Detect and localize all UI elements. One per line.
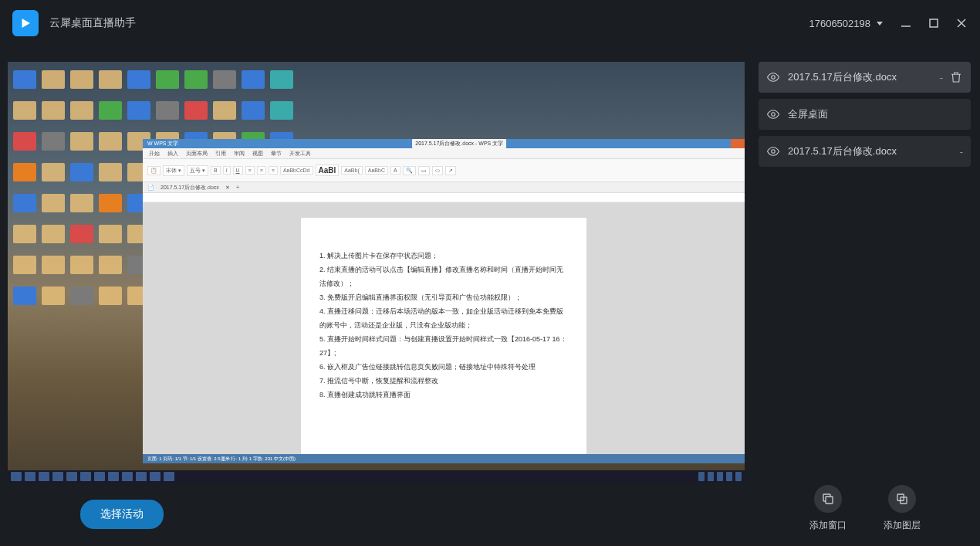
chevron-down-icon: [877, 22, 883, 25]
wps-titlebar: W WPS 文字 2017.5.17后台修改.docx - WPS 文字: [143, 139, 745, 148]
wps-page: 1. 解决上传图片卡在保存中状态问题； 2. 结束直播的活动可以点击【编辑直播】…: [301, 218, 586, 454]
eye-icon[interactable]: [766, 144, 780, 158]
wps-menu: 开始插入页面布局引用审阅视图章节开发工具: [143, 148, 745, 159]
main-area: W WPS 文字 2017.5.17后台修改.docx - WPS 文字 开始插…: [0, 46, 980, 546]
user-id-text: 17606502198: [809, 18, 870, 29]
svg-point-4: [772, 76, 776, 80]
right-bottom-actions: 添加窗口 添加图层: [759, 485, 971, 546]
trash-icon[interactable]: [949, 70, 963, 84]
eye-icon[interactable]: [766, 107, 780, 121]
doc-line: 6. 嵌入框及广告位链接跳转信息页失败问题；链接地址中特殊符号处理: [319, 360, 568, 374]
svg-point-5: [772, 113, 776, 117]
doc-line: 2. 结束直播的活动可以点击【编辑直播】修改直播名称和时间（直播开始时间无法修改…: [319, 263, 568, 290]
doc-line: 8. 直播创建成功跳转直播界面: [319, 388, 568, 402]
titlebar: 云犀桌面直播助手 17606502198: [0, 0, 980, 46]
app-logo: [12, 10, 39, 36]
wps-doc-tabs: 📄2017.5.17后台修改.docx✕+: [143, 182, 745, 193]
layer-item[interactable]: 2017.5.17后台修改.docx -: [759, 136, 971, 167]
preview-canvas[interactable]: W WPS 文字 2017.5.17后台修改.docx - WPS 文字 开始插…: [8, 62, 745, 483]
add-window-label: 添加窗口: [809, 519, 847, 532]
right-column: 2017.5.17后台修改.docx - 全屏桌面 2017.5.17后台修改.…: [752, 46, 980, 546]
svg-rect-1: [930, 19, 938, 27]
windows-taskbar: [8, 470, 745, 483]
doc-line: 1. 解决上传图片卡在保存中状态问题；: [319, 249, 568, 263]
svg-rect-7: [826, 497, 833, 504]
preview-column: W WPS 文字 2017.5.17后台修改.docx - WPS 文字 开始插…: [0, 46, 752, 546]
wps-body: 1. 解决上传图片卡在保存中状态问题； 2. 结束直播的活动可以点击【编辑直播】…: [143, 202, 745, 454]
layer-title: 2017.5.17后台修改.docx: [788, 144, 957, 158]
layer-item[interactable]: 全屏桌面: [759, 99, 971, 130]
wps-ribbon: 📋宋体 ▾五号 ▾BIU ≡≡≡ AaBbCcDd AaBl AaBb( AaB…: [143, 159, 745, 182]
layer-title: 全屏桌面: [788, 107, 963, 121]
doc-line: 4. 直播迁移问题：迁移后本场活动的版本一致，如企业版活动迁移到免本免费版的账号…: [319, 304, 568, 332]
svg-point-6: [772, 150, 776, 154]
wps-status-bar: 页面: 1 页码: 1/1 节: 1/1 设置值: 2.5厘米 行: 1 列: …: [143, 454, 745, 463]
layer-status: -: [960, 146, 963, 158]
wps-close-icon: [731, 139, 745, 148]
add-window-button[interactable]: 添加窗口: [809, 485, 847, 532]
wps-doc-title: 2017.5.17后台修改.docx - WPS 文字: [412, 139, 506, 148]
eye-icon[interactable]: [766, 70, 780, 84]
add-layer-label: 添加图层: [884, 519, 921, 532]
user-id-dropdown[interactable]: 17606502198: [809, 18, 883, 29]
close-button[interactable]: [955, 17, 968, 29]
doc-line: 3. 免费版开启编辑直播界面权限（无引导页和广告位功能权限）；: [319, 290, 568, 304]
minimize-button[interactable]: [900, 17, 912, 29]
add-layer-button[interactable]: 添加图层: [884, 485, 921, 532]
copy-icon: [814, 485, 842, 513]
app-title: 云犀桌面直播助手: [49, 16, 136, 30]
bottom-actions: 选择活动: [8, 483, 752, 529]
maximize-button[interactable]: [928, 17, 940, 29]
layer-status: -: [940, 72, 943, 83]
select-activity-button[interactable]: 选择活动: [80, 500, 164, 529]
layers-icon: [888, 485, 916, 513]
wps-window: W WPS 文字 2017.5.17后台修改.docx - WPS 文字 开始插…: [143, 139, 745, 463]
layer-item[interactable]: 2017.5.17后台修改.docx -: [759, 62, 971, 93]
doc-line: 5. 直播开始时间样式问题：与创建直播设置开始时间样式一致【2016-05-17…: [319, 332, 568, 360]
layer-title: 2017.5.17后台修改.docx: [788, 70, 937, 84]
wps-title-left: W WPS 文字: [147, 140, 178, 148]
window-controls: [900, 17, 968, 29]
wps-ruler: [143, 193, 745, 202]
doc-line: 7. 推流信号中断，恢复提醒和流程整改: [319, 374, 568, 388]
layer-list: 2017.5.17后台修改.docx - 全屏桌面 2017.5.17后台修改.…: [759, 62, 971, 167]
